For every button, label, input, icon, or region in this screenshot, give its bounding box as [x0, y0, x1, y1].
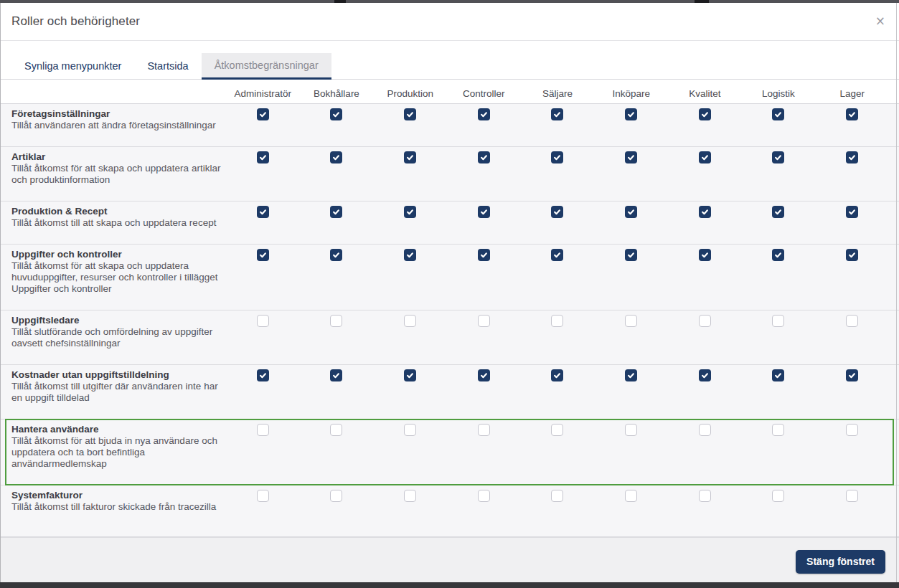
- checkbox-uppgifter-och-kontroller-lager[interactable]: [846, 249, 858, 261]
- checkbox-artiklar-administratör[interactable]: [257, 151, 269, 163]
- checkbox-produktion-recept-säljare[interactable]: [551, 206, 563, 218]
- checkbox-uppgifter-och-kontroller-produktion[interactable]: [404, 249, 416, 261]
- checkbox-artiklar-controller[interactable]: [478, 151, 490, 163]
- checkbox-kostnader-utan-uppgiftstilldelning-bokhållare[interactable]: [330, 369, 342, 381]
- checkbox-systemfakturor-lager[interactable]: [846, 490, 858, 502]
- checkbox-uppgifter-och-kontroller-controller[interactable]: [478, 249, 490, 261]
- checkbox-hantera-användare-controller[interactable]: [478, 424, 490, 436]
- checkbox-artiklar-bokhållare[interactable]: [330, 151, 342, 163]
- checkbox-produktion-recept-bokhållare[interactable]: [330, 206, 342, 218]
- close-window-button[interactable]: Stäng fönstret: [796, 550, 885, 574]
- checkbox-uppgiftsledare-kvalitet[interactable]: [699, 315, 711, 327]
- checkbox-uppgifter-och-kontroller-bokhållare[interactable]: [330, 249, 342, 261]
- permissions-table: FöretagsinställningarTillåt användaren a…: [0, 104, 899, 537]
- checkbox-systemfakturor-controller[interactable]: [478, 490, 490, 502]
- checkbox-företagsinställningar-kvalitet[interactable]: [699, 108, 711, 120]
- checkbox-uppgiftsledare-bokhållare[interactable]: [330, 315, 342, 327]
- checkbox-kostnader-utan-uppgiftstilldelning-produktion[interactable]: [404, 369, 416, 381]
- checkbox-systemfakturor-produktion[interactable]: [404, 490, 416, 502]
- checkbox-uppgiftsledare-säljare[interactable]: [551, 315, 563, 327]
- checkbox-produktion-recept-kvalitet[interactable]: [699, 206, 711, 218]
- checkbox-kostnader-utan-uppgiftstilldelning-administratör[interactable]: [257, 369, 269, 381]
- checkbox-uppgiftsledare-controller[interactable]: [478, 315, 490, 327]
- checkbox-kostnader-utan-uppgiftstilldelning-lager[interactable]: [846, 369, 858, 381]
- checkbox-kostnader-utan-uppgiftstilldelning-säljare[interactable]: [551, 369, 563, 381]
- checkbox-cell: [373, 310, 447, 327]
- permission-description: Tillåt åtkomst för att skapa och uppdate…: [11, 260, 226, 295]
- checkbox-produktion-recept-inköpare[interactable]: [625, 206, 637, 218]
- checkbox-uppgiftsledare-produktion[interactable]: [404, 315, 416, 327]
- checkbox-företagsinställningar-administratör[interactable]: [257, 108, 269, 120]
- checkbox-hantera-användare-administratör[interactable]: [257, 424, 269, 436]
- checkbox-uppgiftsledare-logistik[interactable]: [772, 315, 784, 327]
- checkbox-systemfakturor-kvalitet[interactable]: [699, 490, 711, 502]
- checkbox-cell: [521, 419, 595, 436]
- checkbox-företagsinställningar-lager[interactable]: [846, 108, 858, 120]
- checkbox-artiklar-kvalitet[interactable]: [699, 151, 711, 163]
- checkbox-företagsinställningar-logistik[interactable]: [772, 108, 784, 120]
- checkbox-hantera-användare-logistik[interactable]: [772, 424, 784, 436]
- checkbox-cell: [668, 201, 742, 218]
- checkbox-hantera-användare-produktion[interactable]: [404, 424, 416, 436]
- checkbox-artiklar-inköpare[interactable]: [625, 151, 637, 163]
- checkbox-cell: [594, 147, 668, 163]
- checkbox-kostnader-utan-uppgiftstilldelning-kvalitet[interactable]: [699, 369, 711, 381]
- checkbox-produktion-recept-controller[interactable]: [478, 206, 490, 218]
- checkbox-artiklar-säljare[interactable]: [551, 151, 563, 163]
- checkbox-artiklar-lager[interactable]: [846, 151, 858, 163]
- checkbox-systemfakturor-logistik[interactable]: [772, 490, 784, 502]
- checkbox-cell: [300, 245, 374, 261]
- checkbox-cell: [226, 245, 300, 261]
- checkbox-uppgifter-och-kontroller-administratör[interactable]: [257, 249, 269, 261]
- modal-left-edge: [0, 3, 1, 582]
- background-page-bottom-edge: [0, 582, 899, 588]
- checkbox-uppgiftsledare-inköpare[interactable]: [625, 315, 637, 327]
- checkbox-cell: [373, 245, 447, 261]
- checkbox-kostnader-utan-uppgiftstilldelning-inköpare[interactable]: [625, 369, 637, 381]
- checkbox-uppgiftsledare-lager[interactable]: [846, 315, 858, 327]
- checkbox-cell: [447, 310, 521, 327]
- checkbox-cell: [373, 201, 447, 218]
- checkbox-artiklar-produktion[interactable]: [404, 151, 416, 163]
- checkbox-hantera-användare-kvalitet[interactable]: [699, 424, 711, 436]
- checkbox-kostnader-utan-uppgiftstilldelning-controller[interactable]: [478, 369, 490, 381]
- checkbox-cell: [742, 245, 816, 261]
- checkbox-systemfakturor-administratör[interactable]: [257, 490, 269, 502]
- checkbox-produktion-recept-produktion[interactable]: [404, 206, 416, 218]
- checkbox-cell: [742, 310, 816, 327]
- checkbox-företagsinställningar-inköpare[interactable]: [625, 108, 637, 120]
- close-icon[interactable]: ×: [875, 15, 885, 27]
- checkbox-uppgifter-och-kontroller-logistik[interactable]: [772, 249, 784, 261]
- checkbox-företagsinställningar-produktion[interactable]: [404, 108, 416, 120]
- checkbox-systemfakturor-bokhållare[interactable]: [330, 490, 342, 502]
- checkbox-hantera-användare-bokhållare[interactable]: [330, 424, 342, 436]
- checkbox-uppgiftsledare-administratör[interactable]: [257, 315, 269, 327]
- tab-åtkomstbegränsningar[interactable]: Åtkomstbegränsningar: [202, 53, 331, 80]
- checkbox-artiklar-logistik[interactable]: [772, 151, 784, 163]
- checkbox-hantera-användare-säljare[interactable]: [551, 424, 563, 436]
- checkbox-uppgifter-och-kontroller-säljare[interactable]: [551, 249, 563, 261]
- checkbox-företagsinställningar-säljare[interactable]: [551, 108, 563, 120]
- permission-row-uppgiftsledare: UppgiftsledareTillåt slutförande och omf…: [0, 310, 899, 365]
- tab-startsida[interactable]: Startsida: [134, 53, 201, 80]
- checkbox-systemfakturor-säljare[interactable]: [551, 490, 563, 502]
- checkbox-cell: [521, 104, 595, 120]
- checkbox-cell: [594, 201, 668, 218]
- permission-row-kostnader-utan-uppgiftstilldelning: Kostnader utan uppgiftstilldelningTillåt…: [0, 365, 899, 419]
- checkbox-cell: [373, 485, 447, 502]
- checkbox-uppgifter-och-kontroller-kvalitet[interactable]: [699, 249, 711, 261]
- checkbox-cell: [226, 310, 300, 327]
- checkbox-produktion-recept-logistik[interactable]: [772, 206, 784, 218]
- tab-synliga-menypunkter[interactable]: Synliga menypunkter: [11, 53, 134, 80]
- checkbox-uppgifter-och-kontroller-inköpare[interactable]: [625, 249, 637, 261]
- checkbox-hantera-användare-inköpare[interactable]: [625, 424, 637, 436]
- checkbox-kostnader-utan-uppgiftstilldelning-logistik[interactable]: [772, 369, 784, 381]
- checkbox-cell: [668, 365, 742, 381]
- checkbox-systemfakturor-inköpare[interactable]: [625, 490, 637, 502]
- checkbox-produktion-recept-lager[interactable]: [846, 206, 858, 218]
- checkbox-hantera-användare-lager[interactable]: [846, 424, 858, 436]
- permission-label: FöretagsinställningarTillåt användaren a…: [0, 104, 226, 146]
- checkbox-företagsinställningar-bokhållare[interactable]: [330, 108, 342, 120]
- checkbox-företagsinställningar-controller[interactable]: [478, 108, 490, 120]
- checkbox-produktion-recept-administratör[interactable]: [257, 206, 269, 218]
